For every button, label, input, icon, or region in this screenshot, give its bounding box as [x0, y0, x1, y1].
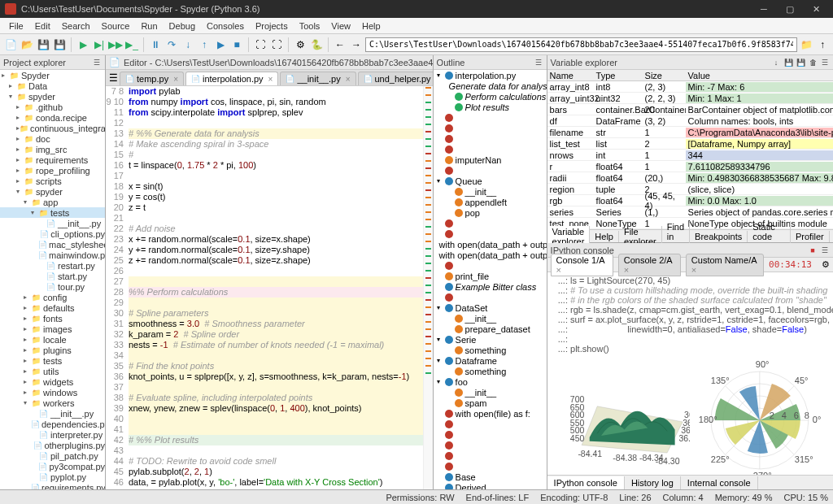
tree-item[interactable]: ▸📁locale — [0, 334, 105, 345]
pane-options-icon[interactable]: ☰ — [92, 58, 102, 67]
tree-item[interactable]: 📄py3compat.py — [0, 461, 105, 471]
outline-item[interactable]: spam — [434, 398, 547, 408]
outline-item[interactable]: appendleft — [434, 197, 547, 207]
varexp-save-as-icon[interactable]: 💾 — [796, 58, 805, 67]
variable-row[interactable]: array_int8int8(2, 3)Min: -7 Max: 6 — [547, 81, 833, 93]
variable-row[interactable]: dfDataFrame(3, 2)Column names: bools, in… — [547, 115, 833, 127]
tree-item[interactable]: 📄otherplugins.py — [0, 440, 105, 450]
outline-item[interactable]: __init__ — [434, 313, 547, 324]
varexp-refresh-icon[interactable]: 🗑 — [808, 58, 818, 67]
variable-row[interactable]: regiontuple2(slice, slice) — [547, 184, 833, 195]
tree-item[interactable]: 📄tour.py — [0, 281, 105, 292]
tree-item[interactable]: ▸📁requirements — [0, 154, 105, 165]
tree-item[interactable]: 📄start.py — [0, 271, 105, 281]
ipython-options-icon[interactable]: ☰ — [820, 245, 830, 255]
bottom-tab[interactable]: History log — [625, 476, 681, 489]
console-options-icon[interactable]: ⚙ — [822, 259, 830, 270]
outline-item[interactable] — [434, 218, 547, 228]
tree-item[interactable]: 📄restart.py — [0, 260, 105, 271]
variable-table[interactable]: Name Type Size Value array_int8int8(2, 3… — [547, 70, 833, 229]
browse-dir-icon[interactable]: 📁 — [799, 37, 813, 52]
variable-row[interactable]: barscontainer.BarContainer20BarContainer… — [547, 104, 833, 115]
variable-row[interactable]: list_testlist2[Dataframe, Numpy array] — [547, 138, 833, 150]
step-over-icon[interactable]: ↷ — [164, 37, 179, 52]
tree-item[interactable]: 📄mainwindow.py — [0, 250, 105, 260]
code-editor[interactable]: 7 8 9 10 11 12 13 14 15 16 17 18 19 20 2… — [106, 86, 433, 489]
outline-tree[interactable]: ▾interpolation.pyGenerate data for analy… — [434, 70, 547, 489]
outline-item[interactable] — [434, 260, 547, 271]
menu-edit[interactable]: Edit — [29, 20, 56, 33]
tree-item[interactable]: 📄mac_stylesheet.qss — [0, 239, 105, 250]
tree-item[interactable]: ▾📁app — [0, 197, 105, 207]
run-cell-advance-icon[interactable]: ▶▶ — [108, 37, 123, 52]
close-tab-icon[interactable]: × — [173, 75, 178, 84]
tree-item[interactable]: ▾📁workers — [0, 398, 105, 408]
variable-row[interactable]: filenamestr1C:\ProgramData\Anaconda3\lib… — [547, 127, 833, 138]
project-tree[interactable]: ▸📁Spyder▸📁Data▾📁spyder▸📁.github▸📁conda.r… — [0, 70, 105, 489]
back-icon[interactable]: ← — [333, 37, 347, 52]
preferences-icon[interactable]: ⚙ — [293, 37, 307, 52]
outline-item[interactable]: Example Bitter class — [434, 281, 547, 292]
continue-icon[interactable]: ▶ — [213, 37, 228, 52]
tree-item[interactable]: 📄interpreter.py — [0, 429, 105, 440]
outline-item[interactable]: with open(data_path + output_file_n... — [434, 239, 547, 250]
editor-tab[interactable]: 📄temp.py× — [120, 72, 184, 85]
tree-item[interactable]: ▸📁Data — [0, 80, 105, 91]
outline-item[interactable]: ▾foo — [434, 376, 547, 387]
editor-tab[interactable]: 📄und_helper.py× — [358, 72, 433, 85]
col-type[interactable]: Type — [596, 71, 645, 80]
menu-projects[interactable]: Projects — [250, 20, 294, 33]
run-icon[interactable]: ▶ — [76, 37, 90, 52]
outline-item[interactable] — [434, 123, 547, 133]
bottom-tab[interactable]: IPython console — [547, 476, 625, 489]
outline-item[interactable]: Perform calculations — [434, 91, 547, 102]
tree-item[interactable]: ▸📁config — [0, 292, 105, 302]
outline-item[interactable] — [434, 292, 547, 302]
outline-item[interactable] — [434, 112, 547, 123]
outline-item[interactable] — [434, 228, 547, 239]
menu-consoles[interactable]: Consoles — [201, 20, 250, 33]
outline-item[interactable]: something — [434, 366, 547, 376]
outline-item[interactable] — [434, 429, 547, 440]
maximize-button[interactable]: ▢ — [778, 2, 802, 16]
tree-item[interactable]: ▸📁rope_profiling — [0, 165, 105, 176]
minimize-button[interactable]: ─ — [752, 2, 776, 16]
ipython-stop-icon[interactable]: ■ — [808, 245, 818, 255]
tree-item[interactable]: ▸📁utils — [0, 366, 105, 376]
editor-tab[interactable]: 📄__init__.py× — [280, 72, 355, 85]
outline-item[interactable]: __init__ — [434, 387, 547, 398]
outline-item[interactable] — [434, 133, 547, 144]
ipython-output[interactable]: ...: ls = LightSource(270, 45) ...: # To… — [547, 272, 833, 475]
outline-item[interactable]: imputerNan — [434, 154, 547, 165]
outline-item[interactable]: ▾DataSet — [434, 302, 547, 313]
variable-row[interactable]: array_uint32uint32(2, 2, 3)Min: 1 Max: 1 — [547, 93, 833, 104]
tree-item[interactable]: ▸📁windows — [0, 387, 105, 398]
menu-run[interactable]: Run — [135, 20, 163, 33]
variable-row[interactable]: radiifloat64(20,)Min: 0.4983036683853568… — [547, 172, 833, 184]
outline-item[interactable]: ▾Serie — [434, 334, 547, 345]
pythonpath-icon[interactable]: 🐍 — [309, 37, 324, 52]
tree-item[interactable]: ▸📁conda.recipe — [0, 112, 105, 123]
variable-row[interactable]: rfloat6417.611082589334796 — [547, 161, 833, 172]
col-name[interactable]: Name — [547, 71, 596, 80]
tree-item[interactable]: 📄dependencies.py — [0, 419, 105, 429]
col-size[interactable]: Size — [645, 71, 686, 80]
tree-item[interactable]: ▾📁spyder — [0, 91, 105, 102]
outline-item[interactable]: Plot results — [434, 102, 547, 112]
menu-tools[interactable]: Tools — [294, 20, 326, 33]
close-button[interactable]: ✕ — [804, 2, 828, 16]
open-file-icon[interactable]: 📂 — [20, 37, 34, 52]
tree-item[interactable]: ▸📁img_src — [0, 144, 105, 154]
outline-item[interactable]: with open(data_path + output_file_n... — [434, 250, 547, 260]
tree-item[interactable]: ▸📁doc — [0, 133, 105, 144]
outline-item[interactable]: Base — [434, 471, 547, 482]
tree-item[interactable]: 📄pyplot.py — [0, 471, 105, 482]
outline-item[interactable]: pop — [434, 207, 547, 218]
stop-debug-icon[interactable]: ■ — [229, 37, 244, 52]
outline-item[interactable]: prepare_dataset — [434, 324, 547, 334]
outline-item[interactable] — [434, 461, 547, 471]
tree-item[interactable]: ▾📁spyder — [0, 186, 105, 197]
tree-item[interactable]: ▸📁scripts — [0, 176, 105, 186]
col-value[interactable]: Value — [686, 71, 833, 80]
parent-dir-icon[interactable]: ↑ — [815, 37, 830, 52]
